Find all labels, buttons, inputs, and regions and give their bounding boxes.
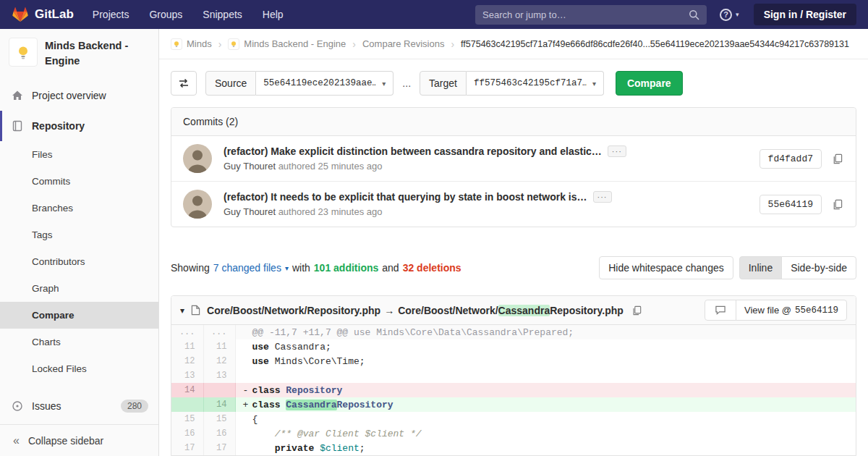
help-menu[interactable]: ? ▾ <box>720 9 739 21</box>
removed-sign: - <box>243 385 252 396</box>
compare-button[interactable]: Compare <box>616 71 683 96</box>
home-icon <box>12 90 23 101</box>
commit-author-link[interactable]: Guy Thouret <box>224 206 276 217</box>
changed-files-dropdown[interactable]: 7 changed files <box>213 262 281 274</box>
inline-view-button[interactable]: Inline <box>739 256 782 279</box>
collapse-sidebar-button[interactable]: « Collapse sidebar <box>0 424 158 456</box>
chevron-down-icon: ▾ <box>382 80 386 88</box>
old-line-number[interactable]: 16 <box>171 426 203 441</box>
commit-author-link[interactable]: Guy Thouret <box>224 161 276 172</box>
navbar-links: Projects Groups Snippets Help <box>93 9 284 20</box>
collapse-diff-caret-icon[interactable]: ▾ <box>180 305 184 316</box>
collapse-sidebar-label: Collapse sidebar <box>28 435 103 447</box>
code-line: use Cassandra; <box>235 339 856 354</box>
breadcrumb-group-label: Minds <box>187 38 212 49</box>
project-avatar[interactable] <box>9 38 38 67</box>
new-line-number[interactable] <box>203 383 235 397</box>
sidebar-item-compare[interactable]: Compare <box>0 302 158 329</box>
new-line-number[interactable]: 12 <box>203 354 235 368</box>
commit-title-link[interactable]: (refactor) Make explicit distinction bet… <box>224 145 602 157</box>
sidebar-item-project-overview[interactable]: Project overview <box>0 80 158 111</box>
old-line-number[interactable]: 11 <box>171 339 203 354</box>
new-line-number[interactable]: 15 <box>203 412 235 426</box>
sidebar-item-locked-files[interactable]: Locked Files <box>0 355 158 382</box>
commits-panel-header: Commits (2) <box>171 108 856 136</box>
old-line-number[interactable]: 12 <box>171 354 203 368</box>
breadcrumb-group[interactable]: Minds <box>171 38 212 50</box>
source-revision-dropdown[interactable]: 55e64119ece202139aae… ▾ <box>256 71 393 96</box>
commit-meta: Guy Thouret authored 25 minutes ago <box>224 161 748 172</box>
sub-item-label: Locked Files <box>32 363 87 374</box>
expand-commit-message-button[interactable]: ··· <box>593 191 612 203</box>
commit-author-avatar[interactable] <box>183 190 212 219</box>
expand-commit-message-button[interactable]: ··· <box>608 145 626 157</box>
sidebar: Minds Backend - Engine Project overview … <box>0 29 159 456</box>
sign-in-register-button[interactable]: Sign in / Register <box>754 4 856 25</box>
file-icon <box>191 305 200 316</box>
breadcrumb-separator-icon: › <box>352 38 356 50</box>
nav-link-help[interactable]: Help <box>263 9 284 20</box>
new-line-number[interactable]: 17 <box>203 441 235 455</box>
hunk-header-text: @@ -11,7 +11,7 @@ use Minds\Core\Data\Ca… <box>235 325 856 339</box>
commit-sha-link[interactable]: 55e64119 <box>760 195 822 214</box>
new-file-path-suffix: Repository.php <box>550 305 624 316</box>
copy-sha-button[interactable] <box>830 198 844 211</box>
issues-icon <box>12 400 23 412</box>
nav-link-snippets[interactable]: Snippets <box>203 9 242 20</box>
breadcrumb-project[interactable]: Minds Backend - Engine <box>228 38 346 50</box>
gitlab-home-link[interactable]: GitLab <box>12 6 74 23</box>
commit-title-link[interactable]: (refactor) It needs to be explicit that … <box>224 191 587 203</box>
sub-item-label: Tags <box>32 229 53 240</box>
project-title[interactable]: Minds Backend - Engine <box>45 38 150 69</box>
sidebar-item-tags[interactable]: Tags <box>0 221 158 248</box>
sidebar-item-files[interactable]: Files <box>0 141 158 168</box>
brand-name: GitLab <box>35 7 74 22</box>
commit-row: (refactor) It needs to be explicit that … <box>171 181 856 227</box>
target-revision-dropdown[interactable]: ff575463c42195cf71a7… ▾ <box>467 71 604 96</box>
code-line: { <box>235 412 856 426</box>
old-line-number[interactable] <box>171 397 203 412</box>
swap-arrows-icon <box>178 77 190 89</box>
nav-link-groups[interactable]: Groups <box>149 9 182 20</box>
old-line-number[interactable]: 17 <box>171 441 203 455</box>
new-line-gutter: ... <box>203 325 235 339</box>
new-line-number[interactable]: 14 <box>203 397 235 412</box>
with-label: with <box>292 262 310 274</box>
copy-sha-button[interactable] <box>830 152 844 166</box>
sidebar-item-commits[interactable]: Commits <box>0 168 158 195</box>
repository-book-icon <box>12 120 23 132</box>
sidebar-item-repository[interactable]: Repository <box>0 111 158 141</box>
old-line-number[interactable]: 14 <box>171 383 203 397</box>
clipboard-icon <box>832 153 843 164</box>
new-line-number[interactable]: 13 <box>203 368 235 383</box>
breadcrumb-compare-revisions[interactable]: Compare Revisions <box>362 38 444 49</box>
sidebar-item-issues[interactable]: Issues 280 <box>0 391 158 421</box>
nav-link-projects[interactable]: Projects <box>93 9 129 20</box>
sidebar-item-branches[interactable]: Branches <box>0 195 158 221</box>
old-line-number[interactable]: 13 <box>171 368 203 383</box>
view-file-button[interactable]: View file @ 55e64119 <box>736 300 847 321</box>
sidebar-project-header: Minds Backend - Engine <box>0 29 158 77</box>
commit-sha-link[interactable]: fd4fadd7 <box>760 149 822 169</box>
diff-view-controls: Hide whitespace changes Inline Side-by-s… <box>599 256 856 279</box>
commit-author-avatar[interactable] <box>183 144 212 173</box>
file-path-link[interactable]: Core/Boost/Network/Repository.php→Core/B… <box>207 305 624 316</box>
sidebar-item-contributors[interactable]: Contributors <box>0 248 158 275</box>
sidebar-nav: Project overview Repository Files Commit… <box>0 80 158 421</box>
new-line-number[interactable]: 16 <box>203 426 235 441</box>
search-input[interactable] <box>482 9 689 20</box>
new-line-number[interactable]: 11 <box>203 339 235 354</box>
comment-bubble-icon <box>715 305 726 316</box>
source-label: Source <box>205 71 256 96</box>
breadcrumb-project-label: Minds Backend - Engine <box>244 38 346 49</box>
swap-revisions-button[interactable] <box>171 71 197 96</box>
side-by-side-view-button[interactable]: Side-by-side <box>781 256 856 279</box>
sidebar-item-charts[interactable]: Charts <box>0 329 158 355</box>
toggle-comments-button[interactable] <box>705 300 736 321</box>
compare-form: Source 55e64119ece202139aae… ▾ ... Targe… <box>159 59 868 107</box>
old-line-number[interactable]: 15 <box>171 412 203 426</box>
hide-whitespace-button[interactable]: Hide whitespace changes <box>599 256 733 279</box>
copy-file-path-button[interactable] <box>630 304 643 317</box>
sidebar-item-label: Issues <box>32 400 61 412</box>
sidebar-item-graph[interactable]: Graph <box>0 275 158 302</box>
